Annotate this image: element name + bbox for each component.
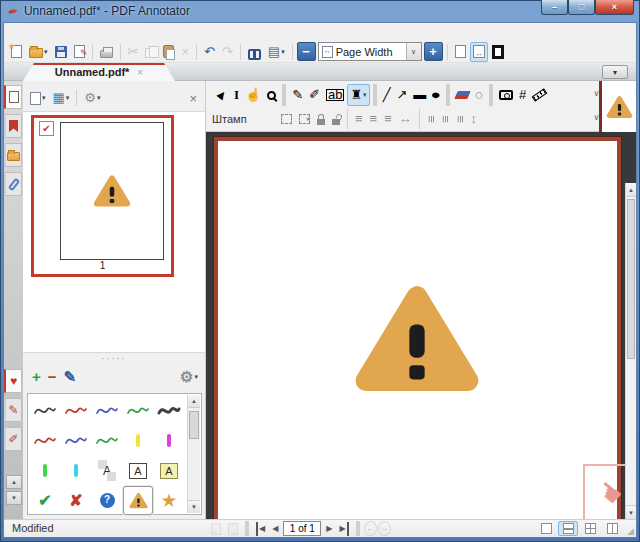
equal-horizontal-spacing-button[interactable]: ↔ (396, 109, 415, 129)
thumbnail-selected[interactable]: ✔ 1 (31, 115, 174, 277)
pen-tool-button[interactable]: ✎ (289, 84, 306, 106)
menu-extra[interactable] (64, 31, 78, 33)
warning-stamp-annotation[interactable] (353, 281, 481, 396)
sidebar-tab-bookmarks[interactable] (4, 114, 22, 138)
page-grid-view-button[interactable] (580, 521, 600, 536)
sidebar-tab-markers[interactable]: ✐ (4, 427, 22, 451)
close-panel-button[interactable]: × (185, 91, 201, 106)
marker-tool-button[interactable]: ✐ (306, 84, 323, 106)
menu-window[interactable] (78, 31, 92, 33)
cut-button[interactable]: ✂ (125, 42, 142, 62)
favorite-text-note[interactable]: A (92, 456, 122, 485)
back-view-button[interactable]: ← (364, 521, 377, 536)
add-favorite-button[interactable]: + (29, 367, 44, 387)
align-middle-button[interactable]: ≡ (438, 109, 452, 129)
panel-splitter[interactable]: ····· (23, 353, 205, 362)
save-button[interactable] (52, 42, 70, 62)
favorite-marker-green[interactable] (30, 456, 60, 485)
rectangle-tool-button[interactable]: ▬ (410, 84, 429, 106)
favorite-pen-red-thin[interactable] (30, 426, 60, 455)
select-tool-button[interactable]: ► (212, 84, 231, 106)
menu-help[interactable] (92, 31, 106, 33)
scrollbar-thumb[interactable] (189, 411, 199, 439)
sidebar-tab-favorites[interactable]: ♥ (4, 369, 22, 393)
combo-arrow-icon[interactable]: ∨ (406, 43, 421, 60)
text-tool-button[interactable]: ab (323, 84, 347, 106)
forward-view-button[interactable]: → (378, 521, 391, 536)
two-columns-view-button[interactable] (602, 521, 622, 536)
scrollbar-thumb[interactable] (627, 199, 635, 359)
thumbnail-checkbox[interactable]: ✔ (39, 121, 54, 136)
next-document-view-button[interactable] (225, 521, 241, 536)
scroll-up-icon[interactable]: ▲ (188, 395, 200, 408)
close-button[interactable]: × (595, 0, 634, 15)
menu-tool[interactable] (36, 31, 50, 33)
find-button[interactable] (245, 42, 264, 62)
open-button[interactable]: ▾ (26, 42, 51, 62)
scroll-down-icon[interactable]: ▼ (188, 500, 200, 513)
measure-tool-button[interactable] (529, 84, 550, 106)
menu-view[interactable] (50, 31, 64, 33)
select-same-type-button[interactable] (296, 109, 313, 129)
black-background-button[interactable] (489, 42, 507, 62)
sidebar-tab-pens[interactable]: ✎ (4, 398, 22, 422)
manage-annotations-button[interactable]: ▤▾ (265, 42, 288, 62)
zoom-in-button[interactable]: + (424, 42, 443, 61)
align-top-button[interactable]: ≡ (424, 109, 438, 129)
scroll-up-icon[interactable]: ▲ (626, 183, 636, 197)
text-select-tool-button[interactable]: I (231, 84, 242, 106)
resize-grip[interactable]: ◢ (627, 526, 634, 536)
align-left-button[interactable]: ≡ (352, 109, 366, 129)
sidebar-tab-attachments[interactable] (4, 172, 22, 196)
line-tool-button[interactable]: ╱ (380, 84, 394, 106)
favorite-stamp-cross[interactable]: ✘ (61, 486, 91, 515)
lasso-tool-button[interactable]: ◌ (472, 84, 486, 106)
edit-favorite-button[interactable]: ✎ (61, 367, 80, 387)
stamp-tool-button[interactable]: ♜▾ (347, 84, 369, 106)
sidebar-tab-index[interactable] (4, 143, 22, 167)
favorite-pen-red[interactable] (61, 396, 91, 425)
favorite-pen-blue[interactable] (92, 396, 122, 425)
zoom-tool-button[interactable] (264, 84, 279, 106)
fit-page-button[interactable] (452, 42, 469, 62)
favorite-marker-yellow[interactable] (123, 426, 153, 455)
favorite-stamp-question[interactable] (92, 486, 122, 515)
paste-button[interactable] (160, 42, 177, 62)
favorite-text-box[interactable]: A (123, 456, 153, 485)
snapshot-tool-button[interactable] (496, 84, 516, 106)
page-thumbnail[interactable] (60, 122, 164, 260)
fit-width-button[interactable] (470, 42, 488, 62)
align-right-button[interactable]: ≡ (381, 109, 395, 129)
maximize-button[interactable]: □ (568, 0, 595, 15)
pan-tool-button[interactable]: ☝ (242, 84, 264, 106)
current-stamp-preview[interactable] (599, 81, 636, 132)
pdf-page[interactable]: ☚ (214, 137, 621, 519)
favorites-settings-button[interactable]: ⚙▾ (177, 367, 201, 387)
scroll-down-icon[interactable]: ▼ (626, 505, 636, 519)
eraser-tool-button[interactable] (453, 84, 472, 106)
minimize-button[interactable]: – (541, 0, 568, 15)
fit-width-view-button[interactable] (558, 521, 578, 536)
sidebar-scroll-up-button[interactable]: ▲ (6, 475, 22, 489)
lock-button[interactable] (314, 109, 328, 129)
previous-document-view-button[interactable] (208, 521, 224, 536)
single-page-view-button[interactable] (536, 521, 556, 536)
menu-edit[interactable] (22, 31, 36, 33)
favorite-pen-black[interactable] (30, 396, 60, 425)
favorite-text-box-yellow[interactable]: A (154, 456, 184, 485)
arrow-tool-button[interactable]: ↗ (393, 84, 410, 106)
favorite-stamp-warning[interactable] (123, 486, 153, 515)
favorite-marker-cyan[interactable] (61, 456, 91, 485)
tab-close-icon[interactable]: × (137, 67, 143, 78)
save-as-button[interactable] (71, 42, 88, 62)
unlock-button[interactable] (329, 109, 343, 129)
sidebar-tab-pages[interactable] (4, 85, 22, 109)
favorite-pen-green[interactable] (123, 396, 153, 425)
ellipse-tool-button[interactable]: ● (429, 84, 443, 106)
remove-favorite-button[interactable]: − (45, 367, 60, 387)
document-tab[interactable]: Unnamed.pdf* × (23, 63, 175, 81)
select-annotations-button[interactable] (278, 109, 295, 129)
zoom-level-select[interactable]: Page Width ∨ (318, 42, 422, 61)
page-menu-button[interactable]: ▾ (27, 88, 49, 108)
redo-button[interactable]: ↷ (219, 42, 236, 62)
